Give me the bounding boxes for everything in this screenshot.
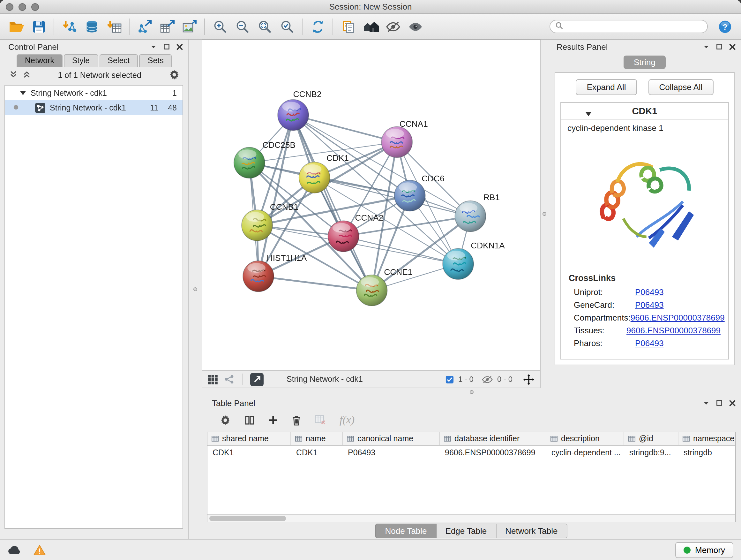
- network-node-CCNE1[interactable]: CCNE1: [356, 267, 413, 306]
- copy-document-button[interactable]: [337, 16, 359, 37]
- open-session-button[interactable]: [5, 16, 27, 37]
- detach-view-button[interactable]: [250, 373, 264, 386]
- network-collection-row[interactable]: String Network - cdk1 1: [5, 85, 183, 100]
- add-column-icon[interactable]: [268, 415, 278, 425]
- tab-string[interactable]: String: [623, 55, 666, 69]
- collapse-all-button[interactable]: Collapse All: [649, 79, 714, 95]
- zoom-fit-content-button[interactable]: [253, 16, 276, 37]
- table-cell[interactable]: CDK1: [291, 448, 343, 457]
- search-input[interactable]: [566, 22, 702, 31]
- minimize-window-button[interactable]: [18, 3, 26, 10]
- help-button[interactable]: ?: [717, 18, 733, 35]
- float-panel-icon[interactable]: [163, 44, 170, 50]
- network-row[interactable]: String Network - cdk1 11 48: [5, 100, 183, 115]
- column-header-canonical-name[interactable]: canonical name: [343, 432, 440, 445]
- maximize-window-button[interactable]: [31, 3, 39, 10]
- tab-network[interactable]: Network: [17, 54, 63, 67]
- table-panel-splitter[interactable]: [202, 388, 741, 396]
- zoom-out-button[interactable]: [231, 16, 253, 37]
- table-row[interactable]: CDK1CDK1P064939606.ENSP00000378699cyclin…: [207, 446, 735, 459]
- network-node-HIST1H1A[interactable]: HIST1H1A: [243, 253, 307, 292]
- close-panel-icon[interactable]: [176, 43, 183, 50]
- table-cell[interactable]: P06493: [343, 448, 440, 457]
- column-header-description[interactable]: description: [546, 432, 624, 445]
- search-field[interactable]: [549, 20, 708, 33]
- table-cell[interactable]: stringdb:9...: [624, 448, 678, 457]
- float-panel-icon[interactable]: [716, 400, 723, 406]
- table-cell[interactable]: cyclin-dependent ...: [546, 448, 624, 457]
- network-overview-icon[interactable]: [224, 374, 234, 384]
- import-network-from-file-button[interactable]: [58, 16, 80, 37]
- tab-edge-table[interactable]: Edge Table: [436, 523, 496, 538]
- close-panel-icon[interactable]: [729, 399, 736, 407]
- crosslink-genecard-link[interactable]: P06493: [635, 300, 664, 310]
- grid-view-icon[interactable]: [208, 374, 218, 384]
- cloud-status-button[interactable]: [8, 545, 22, 555]
- network-node-RB1[interactable]: RB1: [455, 192, 500, 232]
- column-header-name[interactable]: name: [291, 432, 343, 445]
- crosslink-pharos-link[interactable]: P06493: [635, 338, 664, 348]
- selected-checkbox-icon[interactable]: [446, 375, 454, 383]
- memory-button[interactable]: Memory: [675, 542, 733, 558]
- show-home-button[interactable]: [359, 16, 382, 37]
- panel-menu-icon[interactable]: [703, 399, 710, 407]
- column-header-database-identifier[interactable]: database identifier: [440, 432, 546, 445]
- close-window-button[interactable]: [6, 3, 13, 10]
- horizontal-scrollbar[interactable]: [207, 514, 735, 522]
- pan-mode-button[interactable]: [523, 374, 534, 385]
- disclosure-triangle-icon[interactable]: [20, 88, 26, 98]
- close-panel-icon[interactable]: [729, 43, 736, 50]
- apply-layout-button[interactable]: [307, 16, 329, 37]
- crosslink-uniprot-link[interactable]: P06493: [635, 287, 664, 297]
- network-options-gear-icon[interactable]: [169, 69, 180, 82]
- hide-selected-button[interactable]: [382, 16, 404, 37]
- import-table-from-file-button[interactable]: [103, 16, 125, 37]
- column-header--id[interactable]: @id: [624, 432, 678, 445]
- column-header-namespace[interactable]: namespace: [678, 432, 735, 445]
- network-node-CCNB2[interactable]: CCNB2: [278, 89, 321, 131]
- save-session-button[interactable]: [27, 16, 50, 37]
- hidden-eye-icon[interactable]: [482, 375, 493, 383]
- tab-select[interactable]: Select: [99, 54, 138, 67]
- tab-style[interactable]: Style: [64, 54, 98, 67]
- network-graph[interactable]: CCNB2CCNA1CDC25BCDK1CDC6RB1CCNB1CCNA2CDK…: [202, 40, 540, 370]
- table-options-gear-icon[interactable]: [219, 415, 231, 426]
- tab-network-table[interactable]: Network Table: [496, 523, 567, 538]
- table-cell[interactable]: CDK1: [207, 448, 291, 457]
- warnings-button[interactable]: [33, 544, 46, 555]
- network-node-CDKN1A[interactable]: CDKN1A: [443, 241, 505, 279]
- network-canvas[interactable]: CCNB2CCNA1CDC25BCDK1CDC6RB1CCNB1CCNA2CDK…: [202, 40, 540, 370]
- export-image-button[interactable]: [178, 16, 200, 37]
- tab-node-table[interactable]: Node Table: [375, 523, 436, 538]
- scrollbar-thumb[interactable]: [209, 516, 286, 521]
- crosslink-compartments-link[interactable]: 9606.ENSP00000378699: [630, 313, 725, 322]
- tab-sets[interactable]: Sets: [139, 54, 172, 67]
- network-node-CCNA1[interactable]: CCNA1: [381, 119, 428, 158]
- collapse-tree-icon[interactable]: [23, 70, 30, 80]
- network-node-CDK1[interactable]: CDK1: [299, 153, 349, 193]
- export-network-button[interactable]: [133, 16, 156, 37]
- expand-tree-icon[interactable]: [10, 70, 17, 80]
- table-cell[interactable]: stringdb: [678, 448, 741, 457]
- float-panel-icon[interactable]: [716, 44, 723, 50]
- expand-all-button[interactable]: Expand All: [576, 79, 637, 95]
- results-panel-splitter[interactable]: [541, 40, 548, 388]
- section-disclosure-icon[interactable]: [585, 109, 592, 119]
- table-cell[interactable]: 9606.ENSP00000378699: [440, 448, 546, 457]
- table-empty-area[interactable]: [207, 459, 735, 514]
- control-panel-splitter[interactable]: [189, 40, 202, 539]
- export-table-button[interactable]: [156, 16, 178, 37]
- network-node-CDC25B[interactable]: CDC25B: [234, 140, 295, 178]
- crosslink-tissues-link[interactable]: 9606.ENSP00000378699: [626, 326, 721, 335]
- network-node-CDC6[interactable]: CDC6: [394, 174, 445, 211]
- zoom-in-button[interactable]: [209, 16, 231, 37]
- show-all-button[interactable]: [404, 16, 426, 37]
- network-name: String Network - cdk1: [50, 103, 140, 112]
- column-header-shared-name[interactable]: shared name: [207, 432, 291, 445]
- zoom-selected-button[interactable]: [276, 16, 298, 37]
- show-columns-icon[interactable]: [245, 415, 255, 425]
- delete-column-icon[interactable]: [292, 415, 301, 426]
- import-network-from-database-button[interactable]: [80, 16, 103, 37]
- panel-menu-icon[interactable]: [150, 43, 157, 50]
- panel-menu-icon[interactable]: [703, 43, 710, 50]
